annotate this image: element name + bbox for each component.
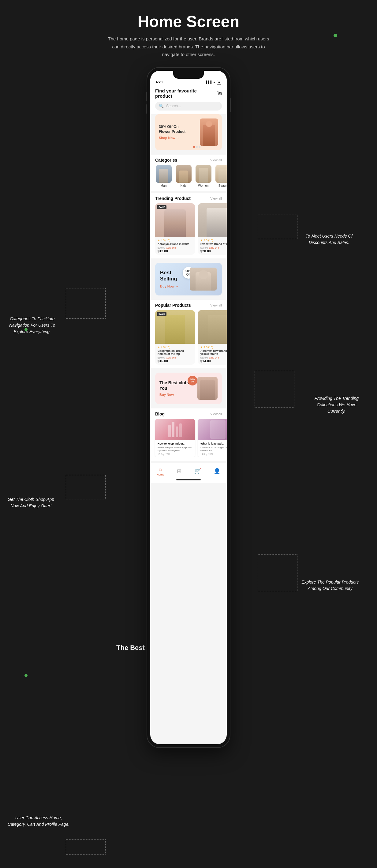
popular-2-image bbox=[198, 310, 227, 344]
green-dot-left-1 bbox=[25, 328, 28, 331]
popular-1-image: SALE bbox=[155, 310, 195, 344]
popular-dashed-box bbox=[258, 555, 297, 591]
cart-icon[interactable]: 🛍 bbox=[216, 90, 222, 96]
categories-annotation: Categories To FacilitateNavigation For U… bbox=[9, 316, 55, 335]
trending-header: Trending Product View all bbox=[150, 193, 227, 203]
category-kids[interactable]: Kids bbox=[175, 165, 192, 187]
category-women-label: Women bbox=[198, 184, 209, 187]
popular-header: Popular Products View all bbox=[150, 300, 227, 310]
trending-product-1[interactable]: SALE ★ 4.3 (10) Acronym Brand in white $… bbox=[155, 203, 195, 255]
product-1-info: ★ 4.3 (10) Acronym Brand in white $20.00… bbox=[155, 237, 195, 255]
status-icons: ▐▐▐ ▲ ■ bbox=[205, 80, 221, 85]
best-selling-cta[interactable]: Buy Now → bbox=[160, 284, 190, 288]
popular-2-info: ★ 4.3 (10) Acronym new brand yellow tshi… bbox=[198, 344, 227, 365]
popular-1-info: ★ 4.3 (10) Geographical Brand Names of t… bbox=[155, 344, 195, 365]
search-bar[interactable]: 🔍 Search... bbox=[155, 102, 222, 111]
best-selling-image bbox=[190, 268, 217, 290]
nav-profile[interactable]: 👤 bbox=[214, 468, 220, 474]
home-nav-icon: ⌂ bbox=[159, 466, 162, 472]
popular-sale-badge-1: SALE bbox=[157, 312, 166, 316]
app-header-title: Find your favourite product bbox=[155, 88, 210, 99]
discount-annotation: To Meet Users Needs OfDiscounts And Sale… bbox=[305, 233, 352, 246]
category-women[interactable]: Women bbox=[195, 165, 212, 187]
banner-discount: 30% Off On bbox=[159, 125, 185, 129]
home-indicator bbox=[150, 478, 227, 483]
blog-post-2[interactable]: What is it actuall.. I stated that misti… bbox=[198, 419, 227, 458]
battery-icon: ■ bbox=[217, 80, 221, 85]
signal-icon: ▐▐▐ bbox=[205, 81, 212, 84]
popular-2-name: Acronym new brand yellow tshirts bbox=[200, 349, 227, 355]
banner-image bbox=[200, 119, 218, 146]
popular-product-1[interactable]: SALE ★ 4.3 (10) Geographical Brand Names… bbox=[155, 310, 195, 365]
blog-2-date: 14 Sep, 2022 bbox=[200, 453, 227, 455]
popular-view-all[interactable]: View all bbox=[210, 303, 222, 307]
popular-annotation: Explore The Popular ProductsAmong Our Co… bbox=[302, 579, 359, 592]
nav-home-label: Home bbox=[157, 473, 164, 476]
page-description: The home page is personalized for the us… bbox=[106, 35, 271, 59]
phone-layout-area: 4:20 ▐▐▐ ▲ ■ Find your favourite product… bbox=[0, 65, 377, 861]
categories-dashed-box bbox=[66, 288, 105, 319]
promo-banner[interactable]: 30% Off On Flower Product Shop Now → bbox=[155, 114, 222, 150]
product-2-info: ★ 4.3 (10) Evocative Brand of new $20.00… bbox=[198, 237, 227, 255]
app-header: Find your favourite product 🛍 bbox=[150, 86, 227, 102]
discount-dashed-box bbox=[258, 215, 297, 239]
offer-dashed-box bbox=[66, 475, 105, 499]
trending-title: Trending Product bbox=[155, 196, 191, 201]
blog-1-title: How to keep indoor.. bbox=[158, 442, 192, 445]
blog-1-info: How to keep indoor.. Plants are predomin… bbox=[155, 440, 195, 458]
phone-screen[interactable]: 4:20 ▐▐▐ ▲ ■ Find your favourite product… bbox=[150, 71, 227, 744]
category-beauty[interactable]: Beauty bbox=[215, 165, 227, 187]
status-time: 4:20 bbox=[156, 80, 162, 84]
popular-products-row: SALE ★ 4.3 (10) Geographical Brand Names… bbox=[150, 310, 227, 365]
blog-view-all[interactable]: View all bbox=[210, 412, 222, 416]
category-beauty-label: Beauty bbox=[219, 184, 227, 187]
green-dot-top bbox=[334, 34, 337, 37]
product-2-image bbox=[198, 203, 227, 237]
access-annotation: User Can Access Home,Category, Cart And … bbox=[8, 815, 69, 828]
blog-1-date: 13 Sep, 2022 bbox=[158, 453, 192, 455]
trending-section: Trending Product View all SALE ★ 4.3 (10… bbox=[150, 193, 227, 258]
popular-section: Popular Products View all SALE ★ 4.3 (10… bbox=[150, 300, 227, 368]
page-title: Home Screen bbox=[6, 12, 371, 31]
banner-cta[interactable]: Shop Now → bbox=[159, 136, 185, 140]
categories-view-all[interactable]: View all bbox=[210, 158, 222, 162]
nav-home[interactable]: ⌂ Home bbox=[157, 466, 164, 476]
trending-annotation: Providing The TrendingCollections We Hav… bbox=[315, 395, 359, 414]
blog-post-1[interactable]: How to keep indoor.. Plants are predomin… bbox=[155, 419, 195, 458]
sale-badge-1: SALE bbox=[157, 205, 166, 209]
wifi-icon: ▲ bbox=[213, 81, 216, 84]
nav-categories[interactable]: ⊞ bbox=[177, 468, 182, 474]
page-header: Home Screen The home page is personalize… bbox=[0, 0, 377, 65]
popular-product-2[interactable]: ★ 4.3 (10) Acronym new brand yellow tshi… bbox=[198, 310, 227, 365]
product-1-stars: ★ 4.3 (10) bbox=[158, 239, 192, 242]
product-2-stars: ★ 4.3 (10) bbox=[200, 239, 227, 242]
nav-cart[interactable]: 🛒 bbox=[194, 468, 201, 474]
best-cloth-banner[interactable]: The Best cloth For You Buy Now → 30% Off bbox=[155, 373, 222, 404]
blog-2-info: What is it actuall.. I stated that misti… bbox=[198, 440, 227, 458]
cart-nav-icon: 🛒 bbox=[194, 468, 201, 474]
blog-section: Blog View all bbox=[150, 408, 227, 461]
banner-product: Flower Product bbox=[159, 129, 185, 134]
category-man-label: Man bbox=[161, 184, 166, 187]
trending-product-2[interactable]: ★ 4.3 (10) Evocative Brand of new $20.00… bbox=[198, 203, 227, 255]
best-cloth-cta[interactable]: Buy Now → bbox=[159, 393, 197, 397]
product-1-image: SALE bbox=[155, 203, 195, 237]
categories-section: Categories View all Man bbox=[150, 155, 227, 191]
profile-nav-icon: 👤 bbox=[214, 468, 220, 474]
category-man[interactable]: Man bbox=[155, 165, 172, 187]
best-cloth-image bbox=[197, 377, 218, 400]
blog-2-desc: I stated that misting is useful to raise… bbox=[200, 446, 227, 453]
best-selling-banner[interactable]: Best Selling Buy Now → 50% Off bbox=[155, 263, 222, 296]
product-2-discount: 15% OFF bbox=[209, 246, 219, 249]
blog-2-title: What is it actuall.. bbox=[200, 442, 227, 445]
blog-2-image bbox=[198, 419, 227, 440]
popular-1-price: $16.00 bbox=[158, 359, 192, 363]
product-2-price: $20.00 bbox=[200, 249, 227, 253]
blog-title: Blog bbox=[155, 411, 165, 416]
trending-view-all[interactable]: View all bbox=[210, 196, 222, 200]
best-cloth-badge: 30% Off bbox=[188, 376, 197, 385]
blog-1-desc: Plants are predominantly photo synthetic… bbox=[158, 446, 192, 453]
categories-nav-icon: ⊞ bbox=[177, 468, 182, 474]
categories-header: Categories View all bbox=[150, 155, 227, 165]
phone-device: 4:20 ▐▐▐ ▲ ■ Find your favourite product… bbox=[147, 68, 230, 861]
